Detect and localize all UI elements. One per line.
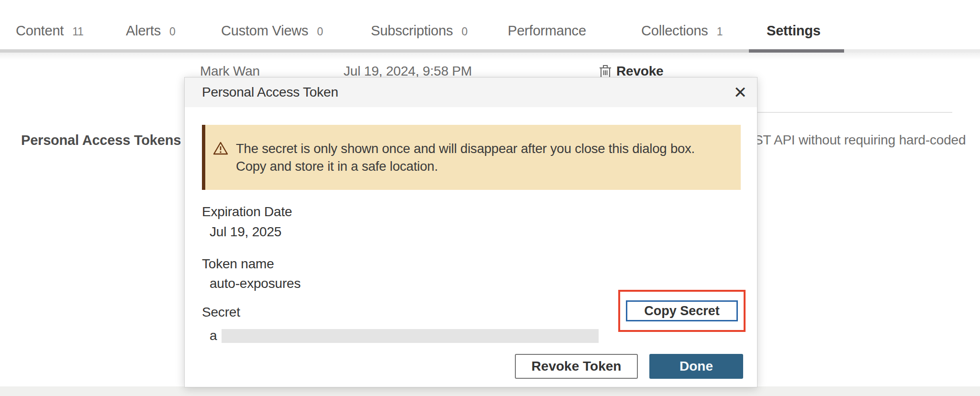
field-value: Jul 19, 2025 [202, 224, 740, 240]
tab-label: Performance [508, 23, 586, 39]
done-button[interactable]: Done [649, 354, 743, 379]
tab-count: 11 [72, 25, 83, 38]
tab-subscriptions[interactable]: Subscriptions 0 [371, 23, 468, 39]
dialog-header: Personal Access Token ✕ [185, 77, 757, 107]
section-divider [746, 112, 952, 113]
tab-count: 0 [462, 25, 468, 38]
tab-label: Collections [641, 23, 708, 39]
tabbar-divider-right [844, 49, 980, 53]
field-token-name: Token name auto-exposures [202, 256, 740, 291]
tab-collections[interactable]: Collections 1 [641, 23, 723, 39]
tab-settings[interactable]: Settings [767, 23, 821, 39]
dialog-title: Personal Access Token [202, 85, 338, 100]
tab-label: Content [16, 23, 64, 39]
field-label: Token name [202, 256, 740, 272]
field-value: auto-exposures [202, 276, 740, 291]
warning-triangle-icon [213, 141, 228, 155]
section-description-fragment: ST API without requiring hard-coded [754, 132, 979, 148]
tab-count: 0 [169, 25, 176, 38]
warning-text: The secret is only shown once and will d… [236, 140, 722, 175]
section-label-personal-access-tokens: Personal Access Tokens [21, 132, 181, 148]
close-icon: ✕ [734, 83, 747, 101]
tabbar-divider [0, 49, 749, 53]
page-tabs: Content 11 Alerts 0 Custom Views 0 Subsc… [0, 23, 980, 45]
warning-banner: The secret is only shown once and will d… [202, 125, 741, 190]
page-bottom-strip [0, 386, 980, 396]
secret-redaction-bar [222, 329, 599, 343]
tabbar-shadow [0, 53, 980, 60]
copy-secret-button[interactable]: Copy Secret [626, 300, 738, 321]
dialog-footer: Revoke Token Done [515, 354, 743, 379]
trash-icon [599, 64, 612, 78]
tab-label: Settings [767, 23, 821, 39]
tab-performance[interactable]: Performance [508, 23, 586, 39]
tab-label: Subscriptions [371, 23, 453, 39]
tab-count: 1 [717, 25, 723, 38]
close-button[interactable]: ✕ [728, 80, 752, 104]
tab-count: 0 [317, 25, 323, 38]
revoke-token-button[interactable]: Revoke Token [515, 354, 638, 379]
tab-custom-views[interactable]: Custom Views 0 [221, 23, 323, 39]
tab-alerts[interactable]: Alerts 0 [126, 23, 176, 39]
tab-label: Custom Views [221, 23, 308, 39]
secret-value-row: a [202, 328, 740, 343]
field-label: Expiration Date [202, 204, 740, 220]
field-expiration-date: Expiration Date Jul 19, 2025 [202, 204, 740, 240]
personal-access-token-dialog: Personal Access Token ✕ The secret is on… [184, 77, 757, 387]
active-tab-underline [749, 49, 844, 53]
secret-value: a [210, 328, 217, 343]
tab-label: Alerts [126, 23, 161, 39]
tab-content[interactable]: Content 11 [16, 23, 84, 39]
